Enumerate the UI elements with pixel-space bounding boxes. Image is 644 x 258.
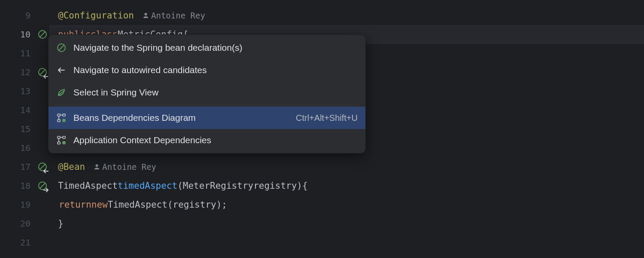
popup-item-navigate-autowired[interactable]: Navigate to autowired candidates [49,59,365,81]
line-number: 12 [19,67,35,77]
arrow-left-icon [56,65,67,75]
person-icon [143,11,149,20]
popup-item-label: Select in Spring View [73,87,358,98]
gutter-icon-empty [37,86,48,96]
gutter-row: 12 [0,63,49,82]
spring-bean-gutter-icon[interactable] [37,29,48,40]
gutter-icon-empty [37,143,48,153]
spring-bean-arrow-gutter-icon[interactable] [37,181,48,191]
line-number: 15 [19,124,35,134]
code-line: } [58,214,644,233]
popup-item-label: Beans Dependencies Diagram [73,113,289,123]
svg-rect-17 [63,136,65,138]
svg-rect-13 [63,114,65,116]
arg-name: registry [173,200,216,210]
gutter-row: 13 [0,82,49,101]
param-name: registry [253,181,297,191]
line-number: 17 [19,162,35,172]
person-icon [94,162,100,172]
line-number: 16 [19,143,35,153]
diagram-icon [56,135,67,145]
code-line [58,233,644,252]
gutter-popup-menu: Navigate to the Spring bean declaration(… [48,34,366,154]
spring-autowire-gutter-icon[interactable] [37,67,48,77]
gutter-icon-empty [37,48,48,58]
gutter: 9 10 11 12 13 14 15 [0,0,49,258]
gutter-row: 11 [0,44,49,63]
code-line: TimedAspect timedAspect(MeterRegistry re… [58,176,644,195]
code-line: return new TimedAspect(registry); [58,195,644,214]
popup-item-label: Navigate to the Spring bean declaration(… [73,43,358,53]
method-name: timedAspect [118,181,177,191]
line-number: 14 [19,105,35,115]
line-number: 10 [19,29,35,40]
popup-item-navigate-bean-declaration[interactable]: Navigate to the Spring bean declaration(… [49,37,365,59]
line-number: 9 [19,10,35,21]
svg-line-11 [59,45,64,50]
gutter-icon-empty [37,10,48,21]
gutter-row: 15 [0,120,49,138]
author-name: Antoine Rey [102,162,156,172]
gutter-row: 9 [0,6,49,25]
gutter-icon-empty [37,124,48,134]
author-inlay[interactable]: Antoine Rey [94,162,156,172]
svg-rect-16 [58,136,60,138]
line-number: 19 [19,200,35,210]
popup-item-app-context-dependencies[interactable]: Application Context Dependencies [49,129,365,151]
line-number: 20 [19,218,35,229]
line-number: 11 [19,48,35,58]
popup-item-shortcut: Ctrl+Alt+Shift+U [296,113,358,123]
gutter-icon-empty [37,237,48,248]
param-type: MeterRegistry [183,181,253,191]
spring-autowire-gutter-icon[interactable] [37,162,48,172]
annotation: @Bean [58,162,85,172]
popup-item-select-spring-view[interactable]: Select in Spring View [49,81,365,104]
svg-rect-14 [58,120,60,122]
keyword-new: new [91,200,108,210]
gutter-row: 14 [0,101,49,120]
svg-rect-12 [58,114,60,116]
svg-point-15 [62,119,66,122]
gutter-row: 17 [0,157,49,176]
brace-close: } [58,218,64,229]
ctor-name: TimedAspect [108,200,167,210]
gutter-row: 19 [0,195,49,214]
popup-item-label: Navigate to autowired candidates [73,65,358,75]
spring-no-circle-icon [56,43,67,53]
gutter-row: 16 [0,138,49,157]
line-number: 13 [19,86,35,96]
gutter-icon-empty [37,218,48,229]
popup-item-beans-dependencies-diagram[interactable]: Beans Dependencies Diagram Ctrl+Alt+Shif… [49,107,365,129]
gutter-icon-empty [37,200,48,210]
return-type: TimedAspect [58,181,118,191]
line-number: 18 [19,181,35,191]
author-inlay[interactable]: Antoine Rey [143,11,205,20]
gutter-row: 18 [0,176,49,195]
gutter-icon-empty [37,105,48,115]
leaf-icon [56,87,67,98]
svg-point-8 [145,13,147,15]
popup-separator [55,105,359,105]
diagram-icon [56,113,67,123]
svg-line-1 [40,32,45,37]
gutter-row: 10 [0,25,49,44]
svg-rect-18 [58,142,60,144]
code-line: @ConfigurationAntoine Rey [58,6,644,25]
keyword-return: return [59,200,91,210]
popup-item-label: Application Context Dependencies [73,135,358,145]
annotation: @Configuration [58,10,134,21]
svg-point-9 [96,164,98,167]
author-name: Antoine Rey [151,11,205,20]
gutter-row: 21 [0,233,49,252]
line-number: 21 [19,237,35,248]
svg-point-19 [62,141,66,144]
code-line: @BeanAntoine Rey [58,157,644,176]
gutter-row: 20 [0,214,49,233]
